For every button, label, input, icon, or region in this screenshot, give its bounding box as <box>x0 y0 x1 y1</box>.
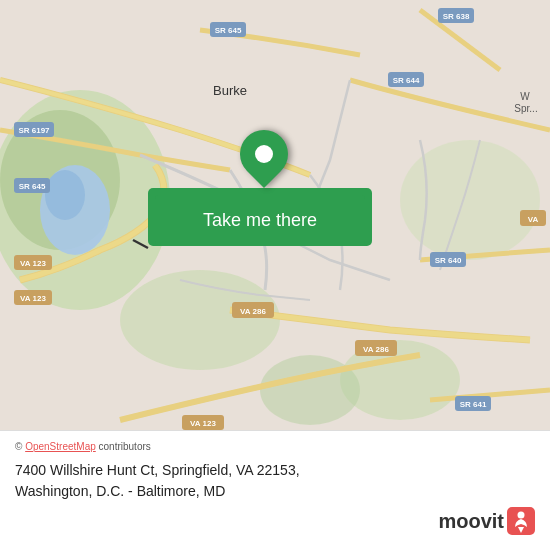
svg-text:SR 640: SR 640 <box>435 256 462 265</box>
osm-attribution: © OpenStreetMap contributors <box>15 441 535 452</box>
svg-text:VA 123: VA 123 <box>20 294 46 303</box>
take-me-there-button[interactable]: Take me there <box>155 195 365 245</box>
svg-text:Burke: Burke <box>213 83 247 98</box>
address-line1: 7400 Willshire Hunt Ct, Springfield, VA … <box>15 460 535 481</box>
svg-text:SR 641: SR 641 <box>460 400 487 409</box>
svg-text:VA 123: VA 123 <box>190 419 216 428</box>
contributors-text: contributors <box>99 441 151 452</box>
svg-point-4 <box>45 170 85 220</box>
svg-text:Spr...: Spr... <box>514 103 537 114</box>
moovit-name: moovit <box>438 510 504 533</box>
svg-text:SR 644: SR 644 <box>393 76 420 85</box>
svg-text:VA 286: VA 286 <box>363 345 389 354</box>
info-bar: © OpenStreetMap contributors 7400 Willsh… <box>0 430 550 550</box>
address-line2: Washington, D.C. - Baltimore, MD <box>15 481 535 502</box>
moovit-icon <box>507 507 535 535</box>
svg-text:VA 123: VA 123 <box>20 259 46 268</box>
copyright-symbol: © <box>15 441 22 452</box>
svg-point-41 <box>518 512 525 519</box>
svg-text:VA 286: VA 286 <box>240 307 266 316</box>
moovit-logo: moovit <box>438 507 535 535</box>
map-area: SR 645 SR 638 SR 6197 SR 644 SR 645 VA 1… <box>0 0 550 430</box>
svg-text:SR 6197: SR 6197 <box>18 126 50 135</box>
svg-text:SR 638: SR 638 <box>443 12 470 21</box>
svg-text:SR 645: SR 645 <box>19 182 46 191</box>
svg-text:VA: VA <box>528 215 539 224</box>
address-text: 7400 Willshire Hunt Ct, Springfield, VA … <box>15 460 535 502</box>
osm-link[interactable]: OpenStreetMap <box>25 441 96 452</box>
location-pin <box>240 130 288 178</box>
svg-text:W: W <box>520 91 530 102</box>
svg-text:SR 645: SR 645 <box>215 26 242 35</box>
svg-point-7 <box>260 355 360 425</box>
